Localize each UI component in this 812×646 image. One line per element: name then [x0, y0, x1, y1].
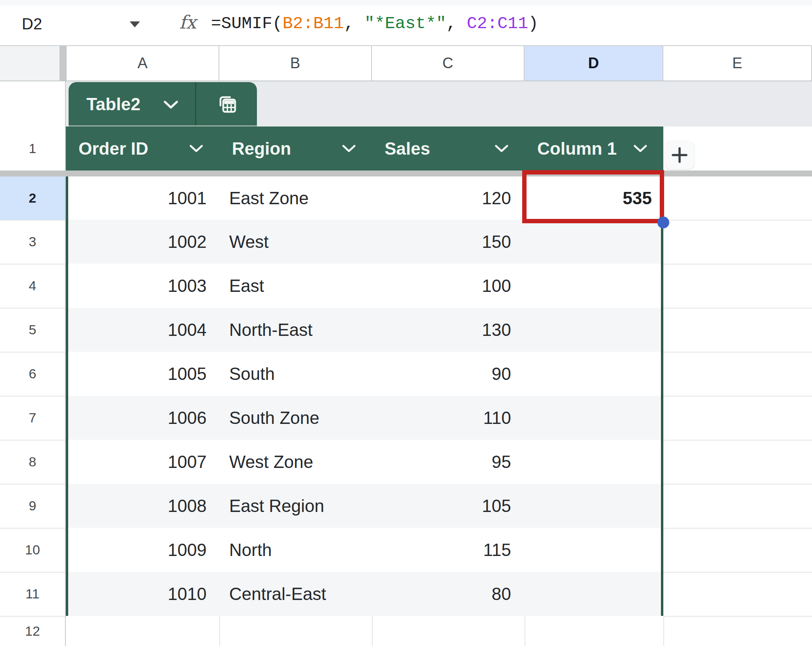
cell-region[interactable]: West — [229, 220, 364, 264]
row-header-8[interactable]: 8 — [0, 440, 65, 484]
active-cell-selection-border — [522, 170, 664, 223]
add-column-button[interactable] — [665, 141, 694, 169]
table-column-label: Order ID — [79, 127, 148, 171]
cell-order-id[interactable]: 1006 — [68, 396, 207, 440]
table-row: 1007West Zone95 — [68, 440, 661, 484]
column-header-E[interactable]: E — [663, 46, 812, 81]
cell-column1[interactable] — [525, 440, 652, 484]
cell-column1[interactable] — [525, 484, 652, 528]
gridline — [0, 440, 65, 441]
column-header-D[interactable]: D — [525, 46, 663, 81]
cell-column1[interactable] — [525, 572, 652, 616]
gridline — [0, 308, 65, 309]
gridline — [663, 616, 664, 646]
gridline — [663, 572, 812, 573]
cell-sales[interactable]: 105 — [372, 484, 511, 528]
gridline — [0, 616, 65, 617]
cell-order-id[interactable]: 1001 — [68, 176, 207, 220]
cell-column1[interactable] — [525, 264, 652, 308]
name-box-dropdown-icon[interactable] — [130, 21, 140, 27]
cell-column1[interactable] — [525, 396, 652, 440]
row-header-3[interactable]: 3 — [0, 220, 65, 264]
formula-segment: , — [344, 14, 364, 33]
cell-region[interactable]: Central-East — [229, 572, 364, 616]
column-header-A[interactable]: A — [67, 46, 219, 81]
cell-order-id[interactable]: 1010 — [68, 572, 207, 616]
fill-handle[interactable] — [657, 217, 669, 228]
chevron-down-icon[interactable] — [163, 100, 179, 110]
formula-input[interactable]: =SUMIF(B2:B11, "*East*", C2:C11) — [211, 13, 538, 34]
row-header-6[interactable]: 6 — [0, 352, 65, 396]
name-box[interactable]: D2 — [22, 14, 42, 33]
cell-sales[interactable]: 130 — [372, 308, 511, 352]
plus-icon — [671, 147, 688, 163]
header-divider — [59, 46, 67, 81]
gridline — [663, 440, 812, 441]
gridline — [0, 352, 65, 353]
cell-order-id[interactable]: 1007 — [68, 440, 207, 484]
cell-sales[interactable]: 120 — [372, 176, 511, 220]
row-header-9[interactable]: 9 — [0, 484, 65, 528]
row-header-1[interactable]: 1 — [0, 127, 65, 171]
table-column-header-order-id[interactable]: Order ID — [66, 127, 219, 171]
column-header-B[interactable]: B — [219, 46, 372, 81]
cell-order-id[interactable]: 1008 — [68, 484, 207, 528]
table-column-header-sales[interactable]: Sales — [372, 127, 525, 171]
cell-region[interactable]: West Zone — [229, 440, 364, 484]
select-all-corner[interactable] — [0, 46, 59, 81]
cell-region[interactable]: South — [229, 352, 364, 396]
cell-sales[interactable]: 110 — [372, 396, 511, 440]
cell-column1[interactable] — [525, 352, 652, 396]
cell-sales[interactable]: 90 — [372, 352, 511, 396]
cell-order-id[interactable]: 1009 — [68, 528, 207, 572]
cell-region[interactable]: North-East — [229, 308, 364, 352]
column-header-C[interactable]: C — [372, 46, 525, 81]
cell-sales[interactable]: 150 — [372, 220, 511, 264]
gridline — [663, 396, 812, 397]
cell-region[interactable]: East — [229, 264, 364, 308]
row-header-2[interactable]: 2 — [0, 176, 65, 220]
table-row: 1003East100 — [68, 264, 661, 308]
row-header-4[interactable]: 4 — [0, 264, 65, 308]
chevron-down-icon[interactable] — [494, 145, 509, 153]
cell-region[interactable]: North — [229, 528, 364, 572]
row-header-12[interactable]: 12 — [0, 616, 65, 646]
chevron-down-icon[interactable] — [189, 145, 203, 153]
cell-column1[interactable] — [525, 308, 652, 352]
gridline — [0, 484, 65, 485]
table-name[interactable]: Table2 — [86, 82, 140, 127]
cell-region[interactable]: East Region — [229, 484, 364, 528]
frozen-row-divider[interactable] — [0, 171, 812, 176]
gridline — [525, 616, 525, 646]
cell-order-id[interactable]: 1003 — [68, 264, 207, 308]
table-row: 1005South90 — [68, 352, 661, 396]
cell-sales[interactable]: 95 — [372, 440, 511, 484]
gridline — [663, 528, 812, 529]
chevron-down-icon[interactable] — [633, 145, 647, 153]
row-header-5[interactable]: 5 — [0, 308, 65, 352]
cell-order-id[interactable]: 1004 — [68, 308, 207, 352]
table-column-header-region[interactable]: Region — [219, 127, 372, 171]
cell-order-id[interactable]: 1002 — [68, 220, 207, 264]
fx-icon: fx — [179, 11, 196, 33]
gridline — [663, 264, 812, 265]
table-row: 1006South Zone110 — [68, 396, 661, 440]
table-header-row: Order IDRegionSalesColumn 1 — [66, 127, 663, 171]
table-name-chip[interactable]: Table2 — [69, 82, 257, 127]
row-header-10[interactable]: 10 — [0, 528, 65, 572]
cell-column1[interactable] — [525, 220, 652, 264]
table-column-header-column-1[interactable]: Column 1 — [525, 127, 663, 171]
cell-region[interactable]: East Zone — [229, 176, 364, 220]
chevron-down-icon[interactable] — [342, 145, 356, 153]
cell-column1[interactable] — [525, 528, 652, 572]
row-header-7[interactable]: 7 — [0, 396, 65, 440]
cell-sales[interactable]: 80 — [372, 572, 511, 616]
cell-sales[interactable]: 100 — [372, 264, 511, 308]
table-row: 1009North115 — [68, 528, 661, 572]
cell-region[interactable]: South Zone — [229, 396, 364, 440]
table-view-icon[interactable] — [216, 93, 238, 115]
cell-order-id[interactable]: 1005 — [68, 352, 207, 396]
row-header-11[interactable]: 11 — [0, 572, 65, 616]
table-column-label: Sales — [385, 127, 430, 171]
cell-sales[interactable]: 115 — [372, 528, 511, 572]
